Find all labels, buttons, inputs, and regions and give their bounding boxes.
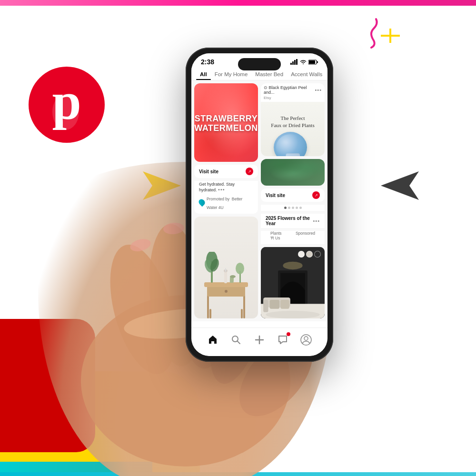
flowers-year-title: 2025 Flowers of the Year bbox=[266, 216, 313, 226]
nav-profile[interactable] bbox=[300, 334, 312, 346]
svg-rect-36 bbox=[224, 271, 227, 283]
right-visit-arrow-icon[interactable]: ↗ bbox=[312, 191, 320, 199]
svg-rect-48 bbox=[280, 300, 289, 309]
dynamic-island bbox=[238, 58, 281, 70]
right-visit-site-bar[interactable]: Visit site ↗ bbox=[261, 188, 325, 202]
deco-cross-top bbox=[381, 29, 400, 43]
wifi-icon bbox=[300, 59, 307, 65]
phone-mockup: 2:38 bbox=[186, 48, 333, 362]
water-drop-icon bbox=[198, 198, 206, 207]
tab-master-bed[interactable]: Master Bed bbox=[251, 69, 287, 80]
svg-marker-3 bbox=[381, 171, 419, 200]
tab-all[interactable]: All bbox=[196, 69, 211, 80]
svg-line-52 bbox=[237, 341, 240, 344]
svg-rect-22 bbox=[317, 61, 318, 63]
svg-text:p: p bbox=[52, 72, 81, 130]
etsy-card-header: ⊙ Black Egyptian Peel and... ••• bbox=[261, 83, 325, 96]
etsy-pin-title: ⊙ Black Egyptian Peel and... bbox=[264, 85, 315, 95]
right-visit-site-label: Visit site bbox=[266, 193, 285, 198]
promoted-description: Get hydrated. Stay hydrated. ••• bbox=[199, 182, 253, 192]
left-column: STRAWBERRY WATERMELON Visit site ↗ Ge bbox=[194, 83, 258, 318]
faux-plants-card: The Perfect Faux or Dried Plants bbox=[261, 102, 325, 156]
dot-4 bbox=[296, 207, 298, 209]
right-arrow-annotation bbox=[371, 167, 428, 205]
pinterest-logo: p bbox=[29, 67, 105, 143]
tab-for-my-home[interactable]: For My Home bbox=[211, 69, 252, 80]
pagination-dots bbox=[261, 205, 325, 211]
bottom-nav bbox=[191, 327, 327, 356]
svg-rect-24 bbox=[243, 295, 245, 318]
svg-point-40 bbox=[230, 275, 236, 278]
signal-icon bbox=[290, 59, 298, 65]
nav-home[interactable] bbox=[207, 334, 219, 346]
profile-icon bbox=[300, 334, 312, 346]
content-area: STRAWBERRY WATERMELON Visit site ↗ Ge bbox=[191, 80, 327, 321]
nav-messages[interactable] bbox=[277, 334, 289, 346]
svg-rect-46 bbox=[263, 300, 268, 312]
card-strawberry-image: STRAWBERRY WATERMELON bbox=[194, 83, 258, 162]
search-icon bbox=[231, 335, 241, 345]
flower-vase bbox=[286, 153, 300, 156]
etsy-more-button[interactable]: ••• bbox=[315, 87, 322, 93]
svg-rect-19 bbox=[296, 59, 298, 65]
svg-point-50 bbox=[283, 262, 302, 269]
svg-rect-25 bbox=[209, 309, 211, 318]
swatch-mid bbox=[306, 251, 313, 258]
chat-badge bbox=[287, 332, 290, 336]
svg-rect-18 bbox=[294, 60, 296, 65]
promoted-by: Promoted by Better Water 4U bbox=[199, 194, 253, 211]
svg-rect-16 bbox=[290, 63, 292, 65]
right-column: ⊙ Black Egyptian Peel and... ••• Etsy Th… bbox=[261, 83, 325, 318]
promoted-more-button[interactable]: ••• bbox=[218, 187, 225, 192]
battery-icon bbox=[308, 60, 318, 65]
phone-screen: 2:38 bbox=[191, 53, 327, 356]
svg-rect-17 bbox=[292, 61, 294, 65]
garden-card[interactable] bbox=[261, 159, 325, 186]
faux-plants-title: The Perfect Faux or Dried Plants bbox=[271, 115, 314, 129]
living-room-illustration bbox=[261, 247, 325, 318]
leaf-visual bbox=[261, 159, 325, 186]
home-icon bbox=[208, 335, 218, 345]
swatch-dark bbox=[314, 251, 321, 258]
svg-rect-23 bbox=[207, 295, 209, 318]
deco-squiggle-top bbox=[352, 14, 381, 52]
flowers-source: Plants 'R Us bbox=[266, 231, 291, 242]
hydrangea-flower bbox=[274, 132, 307, 156]
tab-more[interactable]: H bbox=[326, 69, 327, 80]
furniture-card[interactable] bbox=[194, 217, 258, 318]
phone-frame: 2:38 bbox=[186, 48, 333, 362]
flowers-header: 2025 Flowers of the Year ••• bbox=[261, 214, 325, 228]
strawberry-text: STRAWBERRY WATERMELON bbox=[194, 114, 258, 133]
svg-point-49 bbox=[266, 311, 319, 318]
top-stripe bbox=[0, 0, 476, 6]
nav-create[interactable] bbox=[253, 334, 266, 346]
promoted-label: Promoted by bbox=[207, 197, 229, 201]
swatch-light bbox=[298, 251, 305, 258]
visit-site-bar[interactable]: Visit site ↗ bbox=[194, 165, 258, 178]
hydrangea-visual bbox=[271, 132, 314, 156]
flowers-source-row: Plants 'R Us Sponsored bbox=[261, 231, 325, 244]
flowers-sponsored: Sponsored bbox=[291, 231, 320, 242]
svg-point-35 bbox=[236, 263, 244, 274]
living-room-card[interactable] bbox=[261, 247, 325, 318]
dot-5 bbox=[299, 207, 302, 209]
nav-search[interactable] bbox=[230, 334, 242, 346]
dot-1 bbox=[284, 207, 287, 209]
visit-site-label: Visit site bbox=[199, 169, 218, 174]
furniture-illustration bbox=[198, 252, 255, 318]
svg-point-28 bbox=[225, 290, 228, 293]
visit-site-arrow-icon[interactable]: ↗ bbox=[246, 168, 253, 175]
promoted-info: Get hydrated. Stay hydrated. ••• Promote… bbox=[194, 181, 258, 214]
dot-2 bbox=[288, 207, 290, 209]
etsy-pin-card[interactable]: ⊙ Black Egyptian Peel and... ••• Etsy Th… bbox=[261, 83, 325, 156]
flowers-more-button[interactable]: ••• bbox=[313, 218, 320, 224]
chat-icon bbox=[278, 335, 288, 345]
tab-accent-walls[interactable]: Accent Walls bbox=[287, 69, 326, 80]
color-swatches bbox=[298, 251, 321, 258]
strawberry-watermelon-card[interactable]: STRAWBERRY WATERMELON bbox=[194, 83, 258, 162]
etsy-source-label: Etsy bbox=[261, 96, 325, 102]
dot-3 bbox=[292, 207, 294, 209]
svg-rect-38 bbox=[225, 268, 226, 272]
plus-icon bbox=[254, 335, 265, 345]
svg-rect-21 bbox=[309, 60, 315, 64]
